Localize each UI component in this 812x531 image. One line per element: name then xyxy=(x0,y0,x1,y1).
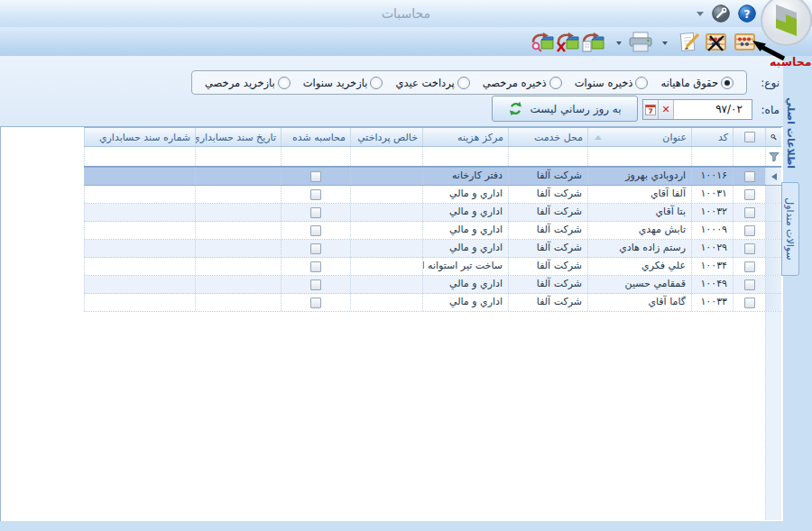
cell-doc_number xyxy=(84,258,195,275)
type-option-1[interactable]: ذخيره سنوات xyxy=(575,77,649,89)
cell-title: علي فکري xyxy=(587,258,691,275)
table-header: کدعنوانمحل خدمتمرکز هزينهخالص پرداختيمحا… xyxy=(84,127,781,147)
tab-faq[interactable]: سوالات متداول xyxy=(781,182,799,276)
row-select-checkbox[interactable] xyxy=(733,240,765,257)
help-button[interactable]: ? xyxy=(738,5,756,23)
column-header-doc_date[interactable]: تاريخ سند حسابداري xyxy=(195,128,281,146)
column-header-service_location[interactable]: محل خدمت xyxy=(508,128,587,146)
cell-service_location: شرکت آلفا xyxy=(508,168,587,185)
column-header-calculated[interactable]: محاسبه شده xyxy=(281,128,350,146)
filter-cell-code[interactable] xyxy=(691,147,733,166)
tab-main-information-label: اطلاعات اصلي xyxy=(785,97,797,169)
filter-row-funnel[interactable] xyxy=(765,147,781,166)
table-row[interactable]: ۱۰۰۳۴علي فکريشرکت آلفاساخت تير استوانه ا… xyxy=(84,258,781,276)
cell-doc_date xyxy=(195,186,281,203)
row-select-checkbox[interactable] xyxy=(733,222,765,239)
row-select-checkbox[interactable] xyxy=(733,276,765,293)
row-select-checkbox[interactable] xyxy=(733,294,765,311)
calculated-checkbox[interactable] xyxy=(281,204,350,221)
column-header-label: عنوان xyxy=(602,129,687,146)
filter-cell-cost_center[interactable] xyxy=(422,147,508,166)
month-label: ماه: xyxy=(754,104,780,116)
filter-cell-doc_number[interactable] xyxy=(84,147,195,166)
table-row[interactable]: ۱۰۰۲۹رستم زاده هاديشرکت آلفااداري و مالي xyxy=(84,240,781,258)
column-header-code[interactable]: کد xyxy=(691,128,733,146)
table-row[interactable]: ۱۰۰۳۲بتا آقايشرکت آلفااداري و مالي xyxy=(84,204,781,222)
tab-main-information[interactable]: اطلاعات اصلي xyxy=(783,79,798,188)
cell-net_paid xyxy=(350,222,422,239)
type-option-3[interactable]: پرداخت عيدي xyxy=(395,77,469,89)
month-input[interactable]: 7 ✕ ۹۷/۰۲ xyxy=(642,99,752,120)
type-radio-group: حقوق ماهيانهذخيره سنواتذخيره مرخصيپرداخت… xyxy=(191,70,747,95)
column-header-label: مرکز هزينه xyxy=(428,129,503,146)
select-all-checkbox[interactable] xyxy=(733,128,765,146)
row-indicator-cell xyxy=(765,204,781,221)
calculated-checkbox[interactable] xyxy=(281,276,350,293)
print-options-caret-icon[interactable] xyxy=(662,41,668,45)
titlebar-dropdown-caret-icon[interactable] xyxy=(697,12,704,16)
table-filter-row[interactable] xyxy=(84,147,781,167)
cell-code: ۱۰۰۲۹ xyxy=(691,240,733,257)
filter-cell-service_location[interactable] xyxy=(508,147,587,166)
cell-cost_center: ساخت تير استوانه اي xyxy=(422,258,508,275)
clear-month-button[interactable]: ✕ xyxy=(659,100,674,119)
new-record-button[interactable] xyxy=(580,31,605,54)
update-list-button[interactable]: به روز رساني ليست xyxy=(492,96,638,122)
filter-cell-title[interactable] xyxy=(587,147,691,166)
table-row[interactable]: ۱۰۰۱۶اردوبادي بهروزشرکت آلفادفتر کارخانه xyxy=(84,167,781,186)
cancel-calculation-button[interactable] xyxy=(704,31,729,54)
column-header-cost_center[interactable]: مرکز هزينه xyxy=(422,128,508,146)
bottom-strip xyxy=(0,521,812,531)
cell-service_location: شرکت آلفا xyxy=(508,240,587,257)
column-header-title[interactable]: عنوان xyxy=(587,128,691,146)
column-header-net_paid[interactable]: خالص پرداختي xyxy=(350,128,422,146)
radio-icon xyxy=(370,77,383,89)
checkbox-icon xyxy=(310,225,321,236)
row-select-checkbox[interactable] xyxy=(733,186,765,203)
data-table: کدعنوانمحل خدمتمرکز هزينهخالص پرداختيمحا… xyxy=(84,127,781,312)
calculated-checkbox[interactable] xyxy=(281,186,350,203)
filter-cell-doc_date[interactable] xyxy=(195,147,281,166)
delete-record-button[interactable] xyxy=(555,31,580,54)
type-option-0[interactable]: حقوق ماهيانه xyxy=(660,77,734,89)
filter-cell-net_paid[interactable] xyxy=(350,147,422,166)
filter-cell-_check[interactable] xyxy=(733,147,765,166)
calendar-picker-button[interactable]: 7 xyxy=(643,100,659,119)
cell-code: ۱۰۰۳۲ xyxy=(691,204,733,221)
tools-button[interactable] xyxy=(712,5,730,23)
row-select-checkbox[interactable] xyxy=(733,168,765,185)
calculated-checkbox[interactable] xyxy=(281,222,350,239)
calculated-checkbox[interactable] xyxy=(281,168,350,185)
cell-code: ۱۰۰۰۹ xyxy=(691,222,733,239)
table-row[interactable]: ۱۰۰۳۱آلفا آقايشرکت آلفااداري و مالي xyxy=(84,186,781,204)
cell-service_location: شرکت آلفا xyxy=(508,186,587,203)
table-row[interactable]: ۱۰۰۳۳گاما آقايشرکت آلفااداري و مالي xyxy=(84,294,781,312)
row-indicator-cell xyxy=(765,186,781,203)
table-scrollbar-track[interactable] xyxy=(765,301,781,520)
table-row[interactable]: ۱۰۰۰۹تابش مهديشرکت آلفااداري و مالي xyxy=(84,222,781,240)
print-button[interactable] xyxy=(626,31,655,54)
view-record-button[interactable] xyxy=(530,31,555,54)
cell-code: ۱۰۰۱۶ xyxy=(691,168,733,185)
table-row[interactable]: ۱۰۰۴۹قمقامي حسينشرکت آلفااداري و مالي xyxy=(84,276,781,294)
checkbox-icon xyxy=(744,171,755,182)
calculated-checkbox[interactable] xyxy=(281,294,350,311)
type-option-label: ذخيره سنوات xyxy=(575,77,633,89)
edit-note-button[interactable] xyxy=(677,31,702,54)
row-select-checkbox[interactable] xyxy=(733,258,765,275)
filter-cell-calculated[interactable] xyxy=(281,147,350,166)
type-option-2[interactable]: ذخيره مرخصي xyxy=(483,77,562,89)
calculated-checkbox[interactable] xyxy=(281,258,350,275)
type-option-5[interactable]: بازخريد مرخصي xyxy=(205,77,291,89)
column-header-label: محل خدمت xyxy=(513,129,583,146)
row-select-checkbox[interactable] xyxy=(733,204,765,221)
type-label: نوع: xyxy=(752,77,780,89)
calculated-checkbox[interactable] xyxy=(281,240,350,257)
cell-doc_number xyxy=(84,240,195,257)
table-search-header[interactable] xyxy=(765,128,781,146)
sort-ascending-icon xyxy=(595,135,602,140)
record-actions-caret-icon[interactable] xyxy=(616,41,622,45)
type-option-4[interactable]: بازخريد سنوات xyxy=(303,77,383,89)
column-header-doc_number[interactable]: شماره سند حسابداري xyxy=(84,128,195,146)
new-record-icon xyxy=(580,31,605,54)
